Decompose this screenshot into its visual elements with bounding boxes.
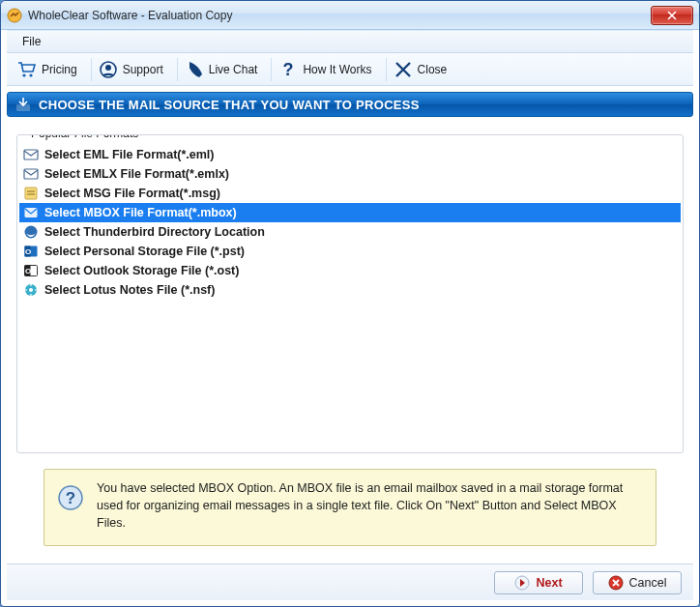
cart-icon [16,59,38,80]
msg-icon [23,186,39,201]
toolbar-separator [271,58,272,81]
file-format-option[interactable]: OSelect Outlook Storage File (*.ost) [19,261,681,280]
file-format-option[interactable]: Select Lotus Notes File (*.nsf) [19,280,681,300]
file-format-label: Select EML File Format(*.eml) [44,148,215,161]
svg-rect-7 [24,150,38,159]
next-button[interactable]: Next [494,571,583,594]
step-banner: CHOOSE THE MAIL SOURCE THAT YOU WANT TO … [7,92,693,117]
file-format-label: Select Personal Storage File (*.pst) [44,245,245,258]
cancel-button[interactable]: Cancel [593,571,682,594]
svg-point-2 [29,73,32,76]
ost-icon: O [23,263,39,278]
file-format-label: Select EMLX File Format(*.emlx) [44,167,229,181]
file-format-option[interactable]: Select EMLX File Format(*.emlx) [19,164,681,184]
file-format-option[interactable]: Select Thunderbird Directory Location [19,222,681,242]
toolbar-separator [386,58,387,81]
svg-point-19 [29,288,33,292]
toolbar-close-label: Close [418,63,448,76]
toolbar-support-label: Support [123,63,163,76]
file-format-group-title: Popular File Formats [27,134,142,140]
toolbar-separator [177,58,178,81]
toolbar-howitworks-button[interactable]: ? How It Works [274,56,381,83]
app-icon [7,8,22,23]
file-format-label: Select Lotus Notes File (*.nsf) [44,283,215,297]
toolbar: Pricing Support Live Chat [7,53,693,86]
menu-file[interactable]: File [15,33,48,50]
file-format-label: Select Outlook Storage File (*.ost) [44,264,239,277]
toolbar-support-button[interactable]: Support [94,56,173,83]
toolbar-pricing-label: Pricing [42,63,77,76]
phone-icon [184,59,205,80]
thunderbird-icon [23,224,39,240]
svg-text:O: O [25,267,31,275]
toolbar-livechat-button[interactable]: Live Chat [180,56,268,83]
help-icon: ? [58,485,83,510]
headset-icon [98,59,119,80]
next-button-label: Next [536,576,562,590]
file-format-option[interactable]: OSelect Personal Storage File (*.pst) [19,242,681,261]
toolbar-separator [91,58,92,81]
file-format-label: Select MBOX File Format(*.mbox) [44,206,237,219]
cancel-icon [608,575,624,591]
app-window: WholeClear Software - Evaluation Copy Fi… [0,0,700,607]
window-title: WholeClear Software - Evaluation Copy [28,9,651,22]
toolbar-close-button[interactable]: Close [389,56,457,83]
info-text: You have selected MBOX Option. An MBOX f… [97,479,642,532]
svg-text:O: O [25,247,31,256]
eml-icon [23,147,39,162]
mbox-icon [23,205,39,220]
step-banner-text: CHOOSE THE MAIL SOURCE THAT YOU WANT TO … [39,98,420,112]
button-bar: Next Cancel [7,564,693,600]
import-icon [15,97,31,112]
nsf-icon [23,282,39,298]
file-format-label: Select Thunderbird Directory Location [44,225,265,239]
svg-text:?: ? [283,60,294,79]
titlebar: WholeClear Software - Evaluation Copy [1,1,699,30]
cancel-button-label: Cancel [629,576,667,590]
svg-rect-9 [25,188,37,199]
file-format-option[interactable]: Select MSG File Format(*.msg) [19,184,681,203]
info-panel: ? You have selected MBOX Option. An MBOX… [44,469,656,546]
pst-icon: O [23,244,39,259]
toolbar-livechat-label: Live Chat [209,63,258,76]
file-format-option[interactable]: Select EML File Format(*.eml) [19,145,681,164]
file-format-group: Popular File Formats Select EML File For… [16,134,684,453]
close-icon [393,59,414,80]
svg-text:?: ? [66,489,75,507]
toolbar-howitworks-label: How It Works [303,63,371,76]
file-format-list: Select EML File Format(*.eml)Select EMLX… [19,145,681,300]
menubar: File [7,30,693,53]
svg-point-1 [22,73,25,76]
window-close-button[interactable] [651,6,693,25]
toolbar-pricing-button[interactable]: Pricing [13,56,87,83]
file-format-label: Select MSG File Format(*.msg) [44,187,220,200]
svg-point-4 [105,65,111,71]
question-icon: ? [277,59,299,80]
content-area: CHOOSE THE MAIL SOURCE THAT YOU WANT TO … [7,92,693,558]
svg-rect-8 [24,169,38,179]
emlx-icon [23,166,39,182]
file-format-option[interactable]: Select MBOX File Format(*.mbox) [19,203,681,222]
arrow-right-icon [514,575,530,591]
